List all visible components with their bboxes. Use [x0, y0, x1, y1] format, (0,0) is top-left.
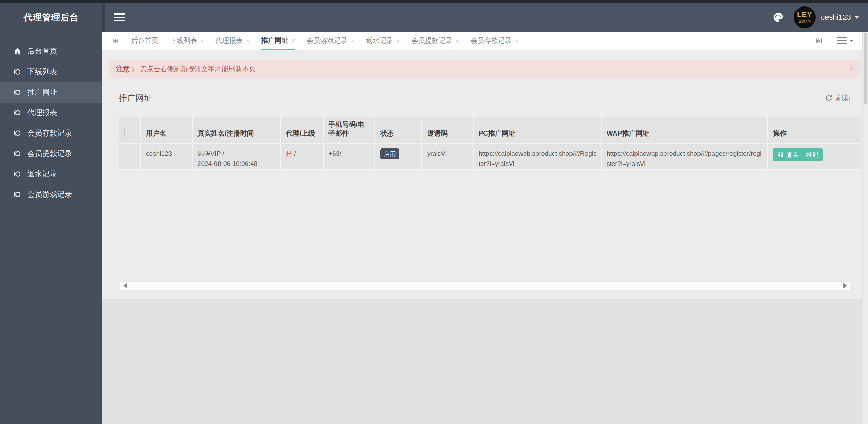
tab-downline-list[interactable]: 下线列表 × — [170, 32, 204, 50]
realname: 源码VIP / — [197, 148, 276, 159]
circle-target-icon — [13, 149, 22, 158]
agent-admin-page: 代理管理后台 后台首页 下线列表 推广网址 — [0, 0, 868, 424]
refresh-button[interactable]: 刷新 — [825, 93, 851, 103]
topbar-right: LEY 乐喋API ceshi123 — [773, 6, 868, 28]
cell-agent-upline: 是 / - — [281, 144, 324, 170]
sidebar-item-promo-url[interactable]: 推广网址 — [0, 82, 102, 103]
qrcode-icon — [777, 152, 784, 158]
cell-invite-code: yralsVl — [422, 144, 474, 170]
tab-close-icon[interactable]: × — [246, 38, 250, 44]
view-qrcode-label: 查看二维码 — [786, 152, 819, 158]
agent-flag: 是 — [286, 150, 292, 157]
circle-target-icon — [13, 190, 22, 199]
sidebar-item-agent-report[interactable]: 代理报表 — [0, 103, 102, 123]
avatar-logo-text: LEY — [797, 11, 813, 18]
col-pc-url: PC推广网址 — [474, 117, 602, 144]
tab-label: 会员存款记录 — [471, 36, 512, 45]
tab-label: 后台首页 — [131, 36, 158, 45]
tab-promo-url[interactable]: 推广网址 × — [261, 32, 295, 50]
circle-target-icon — [13, 88, 22, 97]
sidebar-item-label: 会员游戏记录 — [27, 189, 72, 200]
tabs-scroll-last-icon[interactable] — [815, 32, 823, 50]
col-invite-code: 邀请码 — [422, 117, 474, 144]
col-status: 状态 — [375, 117, 422, 144]
tab-close-icon[interactable]: × — [351, 38, 354, 44]
topbar: LEY 乐喋API ceshi123 — [102, 3, 868, 32]
agent-upline: / - — [292, 150, 300, 157]
tab-close-icon[interactable]: × — [397, 38, 400, 44]
sidebar-item-label: 会员存款记录 — [27, 128, 72, 138]
scroll-left-arrow-icon[interactable] — [123, 283, 127, 289]
tab-label: 返水记录 — [366, 36, 393, 45]
cell-username: ceshi123 — [141, 144, 193, 170]
tab-close-icon[interactable]: × — [456, 38, 459, 44]
panel-title: 推广网址 — [119, 93, 152, 104]
home-icon — [13, 47, 22, 56]
refresh-icon — [825, 94, 833, 102]
circle-target-icon — [13, 129, 22, 138]
cell-actions: 查看二维码 — [768, 144, 861, 170]
vertical-scrollbar-thumb[interactable] — [864, 33, 867, 104]
notice-close-icon[interactable]: × — [849, 60, 854, 78]
select-all-checkbox[interactable] — [124, 129, 125, 137]
sidebar: 代理管理后台 后台首页 下线列表 推广网址 — [0, 3, 102, 424]
status-badge: 启用 — [380, 148, 399, 159]
register-time: 2024-08-06 10:06:48 — [197, 159, 276, 169]
circle-target-icon — [13, 108, 22, 117]
sidebar-item-label: 推广网址 — [27, 87, 57, 97]
avatar[interactable]: LEY 乐喋API — [794, 6, 816, 28]
tabbar: 后台首页 下线列表 × 代理报表 × 推广网址 × 会员游戏记录 × 返水记录 … — [102, 32, 862, 50]
col-phone-email: 手机号码/电子邮件 — [324, 117, 375, 144]
col-username: 用户名 — [141, 117, 193, 144]
table-header-row: 用户名 真实姓名/注册时间 代理/上级 手机号码/电子邮件 状态 邀请码 PC推… — [119, 117, 861, 144]
username-label[interactable]: ceshi123 — [821, 13, 851, 22]
vertical-scrollbar[interactable] — [862, 32, 868, 424]
refresh-label: 刷新 — [836, 93, 851, 103]
tab-label: 下线列表 — [170, 36, 197, 45]
tab-label: 会员游戏记录 — [307, 36, 348, 45]
sidebar-item-label: 后台首页 — [27, 46, 57, 57]
circle-target-icon — [13, 67, 22, 76]
cell-pc-url: https://caipiaoweb.sproduct.shop/#/Regis… — [474, 144, 602, 170]
tab-member-withdraw-records[interactable]: 会员提款记录 × — [412, 32, 459, 50]
circle-target-icon — [13, 170, 22, 178]
view-qrcode-button[interactable]: 查看二维码 — [773, 148, 823, 161]
cell-phone: +63/ — [324, 144, 375, 170]
panel-header: 推广网址 刷新 — [119, 91, 851, 106]
tabbar-spacer — [530, 32, 815, 50]
notice-prefix: 注意： — [116, 64, 136, 74]
tab-agent-report[interactable]: 代理报表 × — [215, 32, 250, 50]
sidebar-item-rebate-records[interactable]: 返水记录 — [0, 164, 102, 184]
table-row: ceshi123 源码VIP / 2024-08-06 10:06:48 是 /… — [119, 144, 861, 170]
user-menu-caret-icon[interactable] — [854, 16, 859, 19]
tab-member-deposit-records[interactable]: 会员存款记录 × — [471, 32, 518, 50]
sidebar-item-label: 会员提款记录 — [27, 148, 72, 159]
tab-label: 会员提款记录 — [412, 36, 452, 45]
row-checkbox[interactable] — [130, 150, 130, 157]
tab-close-icon[interactable]: × — [515, 38, 518, 44]
notice-text: 需点击右侧刷新按钮文字才能刷新本页 — [140, 64, 256, 74]
sidebar-item-downline-list[interactable]: 下线列表 — [0, 62, 102, 82]
cell-realname-regtime: 源码VIP / 2024-08-06 10:06:48 — [193, 144, 281, 170]
sidebar-toggle-icon[interactable] — [114, 13, 125, 21]
sidebar-item-member-withdraw[interactable]: 会员提款记录 — [0, 143, 102, 164]
theme-palette-icon[interactable] — [773, 12, 784, 23]
col-agent-upline: 代理/上级 — [281, 117, 324, 144]
horizontal-scrollbar[interactable] — [120, 281, 850, 290]
tab-home[interactable]: 后台首页 — [131, 32, 158, 50]
tab-close-icon[interactable]: × — [200, 38, 204, 44]
sidebar-item-label: 返水记录 — [27, 169, 57, 179]
tab-member-game-records[interactable]: 会员游戏记录 × — [307, 32, 354, 50]
sidebar-item-label: 下线列表 — [27, 67, 57, 77]
tabs-scroll-first-icon[interactable] — [111, 32, 119, 50]
sidebar-item-member-game-records[interactable]: 会员游戏记录 — [0, 184, 102, 205]
tab-close-icon[interactable]: × — [292, 37, 295, 43]
tab-label: 代理报表 — [215, 36, 243, 45]
tab-rebate-records[interactable]: 返水记录 × — [366, 32, 400, 50]
avatar-logo-subtext: 乐喋API — [799, 19, 811, 24]
sidebar-item-member-deposit[interactable]: 会员存款记录 — [0, 123, 102, 143]
tabs-options-menu-icon[interactable] — [837, 32, 853, 50]
sidebar-item-home[interactable]: 后台首页 — [0, 41, 102, 62]
scroll-right-arrow-icon[interactable] — [843, 283, 847, 289]
promo-table: 用户名 真实姓名/注册时间 代理/上级 手机号码/电子邮件 状态 邀请码 PC推… — [119, 117, 861, 170]
